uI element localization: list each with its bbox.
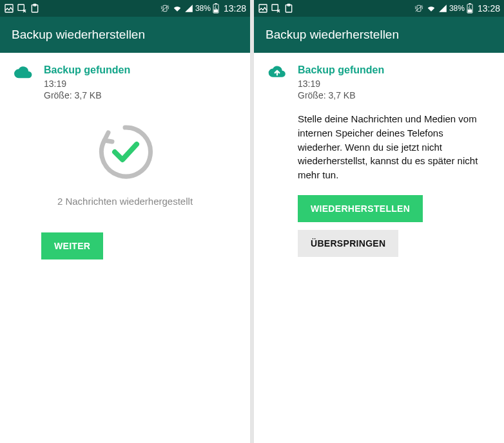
- vibrate-icon: [414, 4, 424, 13]
- svg-rect-16: [469, 3, 470, 5]
- status-left-icons: [258, 3, 294, 14]
- continue-button[interactable]: WEITER: [41, 232, 103, 259]
- battery-icon: [467, 3, 473, 14]
- svg-rect-10: [272, 5, 278, 10]
- status-time: 13:28: [224, 3, 246, 14]
- image-icon: [258, 3, 268, 14]
- image-x-icon: [17, 3, 27, 14]
- battery-pct-text: 38%: [449, 4, 465, 13]
- phone-left: 38% 13:28 Backup wiederherstellen Backup…: [0, 0, 250, 443]
- backup-time: 13:19: [44, 79, 236, 89]
- backup-size: Größe: 3,7 KB: [44, 90, 236, 100]
- status-bar: 38% 13:28: [0, 0, 250, 17]
- signal-icon: [438, 4, 447, 13]
- cloud-upload-icon: [268, 66, 286, 81]
- restore-check-icon: [93, 120, 157, 184]
- image-x-icon: [271, 3, 281, 14]
- status-right-icons: 38% 13:28: [414, 3, 500, 14]
- svg-line-5: [162, 5, 169, 11]
- battery-icon: [213, 3, 219, 14]
- image-icon: [4, 3, 14, 14]
- backup-found-row: Backup gefunden 13:19 Größe: 3,7 KB: [14, 64, 236, 100]
- button-row: WEITER: [14, 232, 236, 259]
- skip-button[interactable]: ÜBERSPRINGEN: [298, 230, 398, 257]
- backup-found-row: Backup gefunden 13:19 Größe: 3,7 KB Stel…: [268, 64, 490, 257]
- restore-description: Stelle deine Nachrichten und Medien vom …: [298, 112, 490, 182]
- backup-found-label: Backup gefunden: [44, 64, 236, 76]
- app-bar: Backup wiederherstellen: [0, 17, 250, 53]
- content: Backup gefunden 13:19 Größe: 3,7 KB Stel…: [254, 53, 504, 443]
- backup-found-label: Backup gefunden: [298, 64, 490, 76]
- clipboard-icon: [30, 3, 40, 14]
- backup-time: 13:19: [298, 79, 490, 89]
- button-row: WIEDERHERSTELLEN ÜBERSPRINGEN: [298, 195, 490, 257]
- backup-info: Backup gefunden 13:19 Größe: 3,7 KB: [44, 64, 236, 100]
- battery-pct-text: 38%: [195, 4, 211, 13]
- wifi-icon: [172, 4, 182, 13]
- svg-rect-7: [215, 3, 217, 5]
- cloud-icon: [14, 66, 32, 81]
- restored-count-text: 2 Nachrichten wiederhergestellt: [57, 196, 193, 207]
- status-bar: 38% 13:28: [254, 0, 504, 17]
- page-title: Backup wiederherstellen: [12, 28, 145, 42]
- clipboard-icon: [284, 3, 294, 14]
- svg-rect-1: [18, 5, 24, 10]
- page-title: Backup wiederherstellen: [266, 28, 399, 42]
- content: Backup gefunden 13:19 Größe: 3,7 KB 2 Na…: [0, 53, 250, 443]
- status-time: 13:28: [478, 3, 500, 14]
- wifi-icon: [426, 4, 436, 13]
- svg-line-14: [416, 5, 423, 11]
- status-left-icons: [4, 3, 40, 14]
- vibrate-icon: [160, 4, 170, 13]
- phone-right: 38% 13:28 Backup wiederherstellen Backup…: [254, 0, 504, 443]
- app-bar: Backup wiederherstellen: [254, 17, 504, 53]
- signal-icon: [184, 4, 193, 13]
- backup-size: Größe: 3,7 KB: [298, 90, 490, 100]
- restore-button[interactable]: WIEDERHERSTELLEN: [298, 195, 423, 222]
- restore-success-graphic: 2 Nachrichten wiederhergestellt: [14, 120, 236, 207]
- backup-info: Backup gefunden 13:19 Größe: 3,7 KB Stel…: [298, 64, 490, 257]
- status-right-icons: 38% 13:28: [160, 3, 246, 14]
